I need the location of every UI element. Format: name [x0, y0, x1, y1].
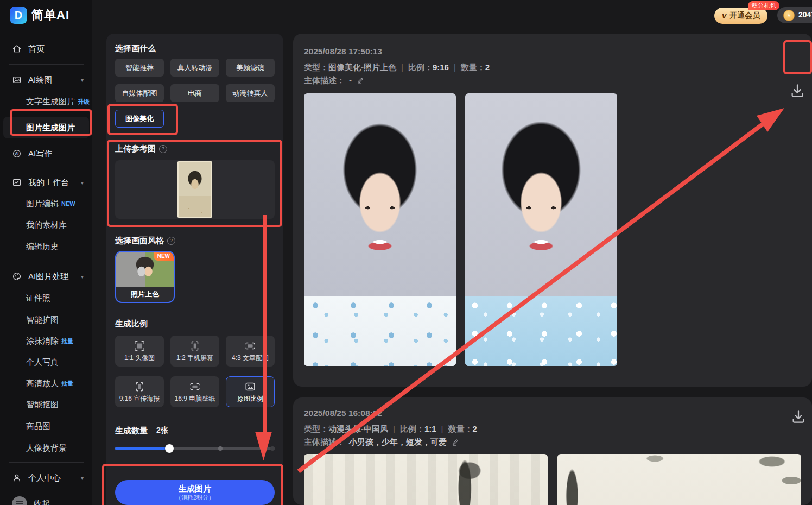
generated-image-1[interactable] [304, 454, 548, 505]
upgrade-badge: 升级 [78, 98, 90, 106]
sidebar-item-ai-writing[interactable]: AI AI写作 [0, 144, 92, 163]
crop-wide-icon [244, 340, 256, 352]
category-ecommerce[interactable]: 电商 [170, 84, 219, 102]
help-icon[interactable]: ? [167, 237, 175, 245]
sidebar-item-label: 我的工作台 [28, 178, 69, 188]
generate-image-button[interactable]: 生成图片 （消耗2积分） [115, 480, 275, 505]
style-card-photo-colorize[interactable]: NEW 照片上色 [115, 251, 175, 303]
crop-wide-icon [189, 381, 201, 393]
sidebar-item-product-image[interactable]: 商品图 [0, 415, 92, 437]
chevron-down-icon: ▾ [81, 180, 84, 186]
points-balance[interactable]: ★ 2047积分 [777, 7, 812, 23]
download-icon[interactable] [789, 83, 805, 99]
sidebar-item-image-edit[interactable]: 图片编辑 NEW [0, 193, 92, 214]
sidebar-item-label: 证件照 [26, 293, 50, 304]
ratio-9-16[interactable]: 9:16 宣传海报 [115, 376, 164, 407]
person-icon [12, 473, 22, 483]
sidebar-item-label: 智能抠图 [26, 400, 59, 410]
slider-fill [115, 447, 169, 450]
sidebar-item-smart-cutout[interactable]: 智能抠图 [0, 394, 92, 415]
batch-badge: 批量 [61, 337, 73, 345]
generate-cost-label: （消耗2积分） [175, 494, 214, 501]
sidebar-item-ai-draw[interactable]: AI绘图 ▾ [0, 69, 92, 91]
generated-image-2[interactable] [465, 93, 617, 366]
divider [9, 462, 84, 463]
sidebar-item-image-to-image[interactable]: 图片生成图片 [3, 117, 89, 138]
image-icon [244, 381, 256, 393]
chevron-down-icon: ▾ [81, 274, 84, 280]
divider [9, 167, 84, 167]
upload-reference-title: 上传参考图 [115, 144, 156, 154]
sidebar-item-label: AI写作 [28, 149, 52, 159]
sidebar-item-label: 首页 [28, 44, 45, 54]
generated-image-1[interactable] [304, 93, 456, 366]
slider-tick [270, 446, 275, 451]
sidebar-item-label: 文字生成图片 [26, 97, 75, 107]
ai-write-icon: AI [12, 149, 22, 159]
ratio-grid: 1:1 头像图 1:2 手机屏幕 4:3 文章配图 9:16 宣传海报 16:9… [115, 336, 275, 407]
sidebar-item-hd-upscale[interactable]: 高清放大 批量 [0, 373, 92, 394]
home-icon [12, 44, 22, 54]
sidebar-item-portrait-bg-swap[interactable]: 人像换背景 [0, 437, 92, 459]
sidebar-item-label: 商品图 [26, 421, 50, 432]
generated-image-2[interactable] [557, 454, 801, 505]
download-icon[interactable] [790, 408, 807, 425]
sidebar-item-id-photo[interactable]: 证件照 [0, 287, 92, 309]
category-beauty-filter[interactable]: 美颜滤镜 [226, 59, 275, 77]
sidebar-item-workspace[interactable]: 我的工作台 ▾ [0, 172, 92, 193]
slider-thumb[interactable] [165, 444, 174, 453]
vip-icon: V [722, 12, 727, 20]
result-timestamp: 2025/08/25 16:08:02 [304, 408, 801, 418]
ratio-title: 生成比例 [115, 319, 148, 329]
category-smart-recommend[interactable]: 智能推荐 [115, 59, 164, 77]
result-timestamp: 2025/08/28 17:50:13 [304, 47, 801, 56]
what-to-draw-title: 选择画什么 [115, 43, 275, 53]
ratio-original[interactable]: 原图比例 [226, 376, 275, 407]
count-slider[interactable] [115, 444, 275, 453]
category-image-beautify[interactable]: 图像美化 [115, 110, 164, 128]
logo-text: 简单AI [31, 7, 69, 23]
crop-tall-icon [189, 340, 201, 352]
sidebar-item-label: 编辑历史 [26, 242, 59, 252]
result-card: 2025/08/28 17:50:13 类型：图像美化-照片上色|比例：9:16… [293, 34, 812, 387]
svg-text:AI: AI [15, 152, 19, 155]
sidebar-item-label: 人像换背景 [26, 443, 67, 453]
sidebar-item-home[interactable]: 首页 [0, 37, 92, 61]
category-media-illustration[interactable]: 自媒体配图 [115, 84, 164, 102]
sidebar-item-label: 智能扩图 [26, 315, 59, 325]
ratio-1-1[interactable]: 1:1 头像图 [115, 336, 164, 367]
logo-icon: D [10, 7, 27, 24]
sidebar-item-edit-history[interactable]: 编辑历史 [0, 236, 92, 257]
coin-icon: ★ [783, 10, 795, 21]
style-label: 照片上色 [116, 287, 174, 302]
ratio-4-3[interactable]: 4:3 文章配图 [226, 336, 275, 367]
edit-icon[interactable] [356, 77, 364, 85]
sidebar-collapse[interactable]: 收起 [0, 493, 92, 505]
subject-description: 主体描述：小男孩，少年，短发，可爱 [304, 437, 801, 447]
category-real-to-anime[interactable]: 真人转动漫 [170, 59, 219, 77]
sidebar-item-text-to-image[interactable]: 文字生成图片 升级 [0, 92, 92, 111]
chevron-down-icon: ▾ [81, 475, 84, 481]
sidebar-item-ai-image-processing[interactable]: AI图片处理 ▾ [0, 266, 92, 287]
sidebar-item-personal-portrait[interactable]: 个人写真 [0, 351, 92, 373]
sidebar-item-label: AI绘图 [28, 75, 52, 85]
edit-icon[interactable] [451, 438, 459, 446]
vip-label: 开通会员 [729, 11, 760, 21]
sidebar-item-material-library[interactable]: 我的素材库 [0, 214, 92, 236]
category-grid: 智能推荐 真人转动漫 美颜滤镜 自媒体配图 电商 动漫转真人 图像美化 [115, 59, 275, 128]
menu-icon [12, 496, 27, 505]
sidebar-item-label: 个人中心 [28, 473, 61, 483]
ratio-16-9[interactable]: 16:9 电脑壁纸 [170, 376, 219, 407]
palette-icon [12, 272, 22, 281]
sidebar-item-smudge-remove[interactable]: 涂抹消除 批量 [0, 331, 92, 351]
generation-settings-panel: 选择画什么 智能推荐 真人转动漫 美颜滤镜 自媒体配图 电商 动漫转真人 图像美… [106, 34, 283, 505]
generate-label: 生成图片 [179, 484, 211, 494]
sidebar-item-label: 图片生成图片 [26, 123, 75, 133]
result-meta: 类型：图像美化-照片上色|比例：9:16|数量：2 [304, 62, 801, 73]
ratio-1-2[interactable]: 1:2 手机屏幕 [170, 336, 219, 367]
sidebar-item-smart-expand[interactable]: 智能扩图 [0, 309, 92, 331]
help-icon[interactable]: ? [159, 145, 167, 153]
sidebar-item-personal-center[interactable]: 个人中心 ▾ [0, 467, 92, 489]
category-anime-to-real[interactable]: 动漫转真人 [226, 84, 275, 102]
reference-image-uploader[interactable] [115, 160, 275, 219]
